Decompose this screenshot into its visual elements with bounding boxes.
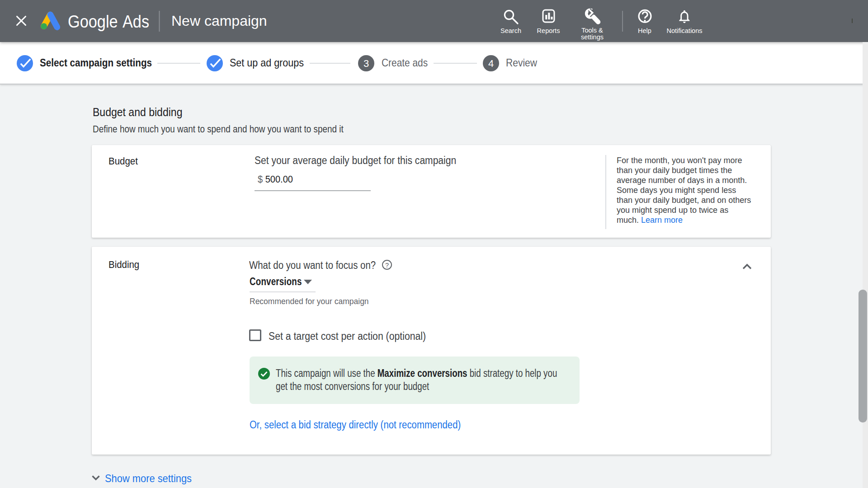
svg-text:?: ? bbox=[385, 262, 389, 269]
svg-text:4: 4 bbox=[488, 58, 494, 69]
svg-text:3: 3 bbox=[363, 58, 369, 69]
